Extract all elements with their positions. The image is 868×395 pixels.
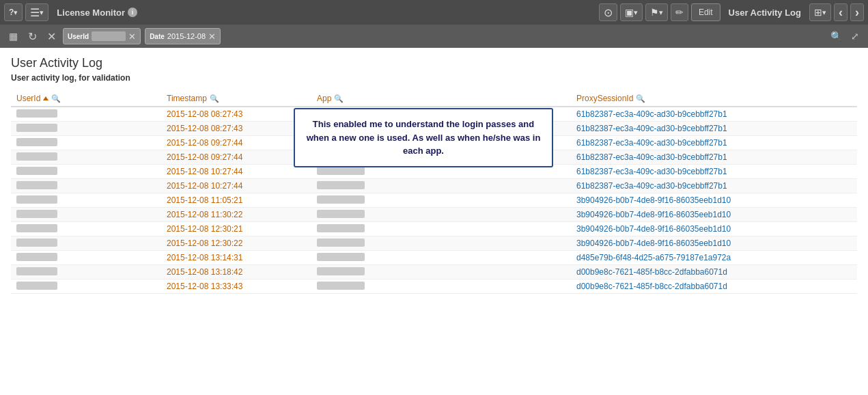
toolbar-right: Edit User Activity Log (599, 3, 864, 21)
cell-timestamp: 2015-12-08 10:27:44 (161, 179, 311, 193)
expand-icon-btn[interactable] (848, 29, 863, 44)
cell-app (311, 208, 571, 222)
bookmark-button[interactable] (645, 3, 668, 21)
chevron-down-icon-2 (40, 8, 44, 17)
userid-filter-value (92, 31, 126, 41)
main-content: User Activity Log User activity log, for… (0, 48, 868, 395)
search-icon (830, 31, 842, 42)
refresh-icon-btn[interactable] (25, 29, 40, 44)
cell-proxy-session-id: 61b82387-ec3a-409c-ad30-b9cebbff27b1 (571, 122, 857, 136)
search-icon-btn[interactable] (828, 29, 843, 44)
cell-userid (11, 208, 161, 222)
help-button[interactable] (4, 3, 23, 21)
page-subtitle: User activity log, for validation (11, 73, 857, 83)
search-icon-app[interactable]: 🔍 (334, 94, 344, 103)
cell-timestamp: 2015-12-08 10:27:44 (161, 165, 311, 179)
search-icon-userid[interactable]: 🔍 (51, 94, 61, 103)
monitor-button[interactable] (620, 3, 643, 21)
monitor-icon (625, 7, 634, 18)
cell-timestamp: 2015-12-08 08:27:43 (161, 107, 311, 122)
filter-chip-date[interactable]: Date 2015-12-08 ✕ (145, 28, 221, 44)
cell-proxy-session-id: 3b904926-b0b7-4de8-9f16-86035eeb1d10 (571, 193, 857, 208)
table-row[interactable]: 2015-12-08 12:30:213b904926-b0b7-4de8-9f… (11, 222, 857, 236)
top-toolbar: License Monitor i Edit User Activity Log (0, 0, 868, 25)
chevron-down-icon-3 (634, 8, 638, 17)
expand-icon (851, 31, 859, 42)
cell-proxy-session-id: 61b82387-ec3a-409c-ad30-b9cebbff27b1 (571, 179, 857, 193)
table-row[interactable]: 2015-12-08 13:18:42d00b9e8c-7621-485f-b8… (11, 265, 857, 280)
search-icon-session[interactable]: 🔍 (636, 94, 645, 103)
edit-button[interactable]: Edit (691, 3, 720, 21)
table-header-row: UserId 🔍 Timestamp 🔍 App 🔍 (11, 91, 857, 107)
cell-timestamp: 2015-12-08 12:30:22 (161, 236, 311, 251)
pencil-icon (675, 7, 684, 18)
cell-userid (11, 165, 161, 179)
select-icon-btn[interactable] (5, 29, 20, 44)
pencil-button[interactable] (671, 3, 688, 21)
cell-proxy-session-id: 61b82387-ec3a-409c-ad30-b9cebbff27b1 (571, 136, 857, 150)
filter-chip-userid-close[interactable]: ✕ (128, 32, 136, 41)
sort-icon-userid (43, 96, 48, 100)
col-header-app[interactable]: App 🔍 (311, 91, 571, 107)
cell-app (311, 179, 571, 193)
table-row[interactable]: 2015-12-08 11:30:223b904926-b0b7-4de8-9f… (11, 208, 857, 222)
annotation-box: This enabled me to understand the login … (294, 108, 553, 167)
table-row[interactable]: 2015-12-08 13:33:43d00b9e8c-7621-485f-b8… (11, 280, 857, 294)
cell-userid (11, 107, 161, 122)
menu-button[interactable] (25, 3, 48, 21)
cell-proxy-session-id: d00b9e8c-7621-485f-b8cc-2dfabba6071d (571, 265, 857, 280)
col-header-proxySessionId[interactable]: ProxySessionId 🔍 (571, 91, 857, 107)
table-row[interactable]: 2015-12-08 13:14:31d485e79b-6f48-4d25-a6… (11, 251, 857, 265)
cell-proxy-session-id: 61b82387-ec3a-409c-ad30-b9cebbff27b1 (571, 150, 857, 165)
cell-timestamp: 2015-12-08 13:18:42 (161, 265, 311, 280)
cell-app (311, 251, 571, 265)
col-header-userid[interactable]: UserId 🔍 (11, 91, 161, 107)
cell-timestamp: 2015-12-08 09:27:44 (161, 150, 311, 165)
cell-userid (11, 122, 161, 136)
layout-button[interactable] (809, 3, 831, 21)
cell-timestamp: 2015-12-08 13:14:31 (161, 251, 311, 265)
table-row[interactable]: 2015-12-08 11:05:213b904926-b0b7-4de8-9f… (11, 193, 857, 208)
cell-proxy-session-id: 3b904926-b0b7-4de8-9f16-86035eeb1d10 (571, 208, 857, 222)
app-title: License Monitor i (57, 8, 137, 18)
help-icon (9, 8, 14, 17)
cell-timestamp: 2015-12-08 13:33:43 (161, 280, 311, 294)
cell-app (311, 222, 571, 236)
filter-chip-date-close[interactable]: ✕ (208, 32, 216, 41)
layout-icon (814, 7, 822, 18)
col-header-timestamp[interactable]: Timestamp 🔍 (161, 91, 311, 107)
back-button[interactable] (834, 3, 848, 21)
cell-proxy-session-id: 61b82387-ec3a-409c-ad30-b9cebbff27b1 (571, 165, 857, 179)
filter-chip-userid[interactable]: UserId ✕ (63, 28, 141, 44)
cell-userid (11, 236, 161, 251)
cell-timestamp: 2015-12-08 08:27:43 (161, 122, 311, 136)
cell-timestamp: 2015-12-08 12:30:21 (161, 222, 311, 236)
cell-proxy-session-id: 3b904926-b0b7-4de8-9f16-86035eeb1d10 (571, 222, 857, 236)
camera-button[interactable] (599, 3, 617, 21)
chevron-down-icon-5 (822, 8, 826, 17)
forward-icon (855, 5, 859, 20)
forward-button[interactable] (850, 3, 864, 21)
refresh-icon (28, 30, 37, 43)
page-title: User Activity Log (11, 56, 857, 70)
cell-userid (11, 150, 161, 165)
cell-userid (11, 265, 161, 280)
cell-proxy-session-id: d00b9e8c-7621-485f-b8cc-2dfabba6071d (571, 280, 857, 294)
cell-timestamp: 2015-12-08 11:30:22 (161, 208, 311, 222)
table-row[interactable]: 2015-12-08 12:30:223b904926-b0b7-4de8-9f… (11, 236, 857, 251)
cell-userid (11, 222, 161, 236)
cell-userid (11, 136, 161, 150)
cell-proxy-session-id: 61b82387-ec3a-409c-ad30-b9cebbff27b1 (571, 107, 857, 122)
cell-userid (11, 251, 161, 265)
chevron-down-icon (14, 8, 18, 17)
cell-app (311, 193, 571, 208)
cell-timestamp: 2015-12-08 11:05:21 (161, 193, 311, 208)
cell-userid (11, 280, 161, 294)
filter-bar: ✕ UserId ✕ Date 2015-12-08 ✕ (0, 25, 868, 48)
deselect-icon-btn[interactable]: ✕ (44, 29, 59, 44)
cell-userid (11, 193, 161, 208)
cell-app (311, 280, 571, 294)
info-icon: i (128, 8, 137, 17)
table-row[interactable]: 2015-12-08 10:27:4461b82387-ec3a-409c-ad… (11, 179, 857, 193)
search-icon-timestamp[interactable]: 🔍 (210, 94, 219, 103)
